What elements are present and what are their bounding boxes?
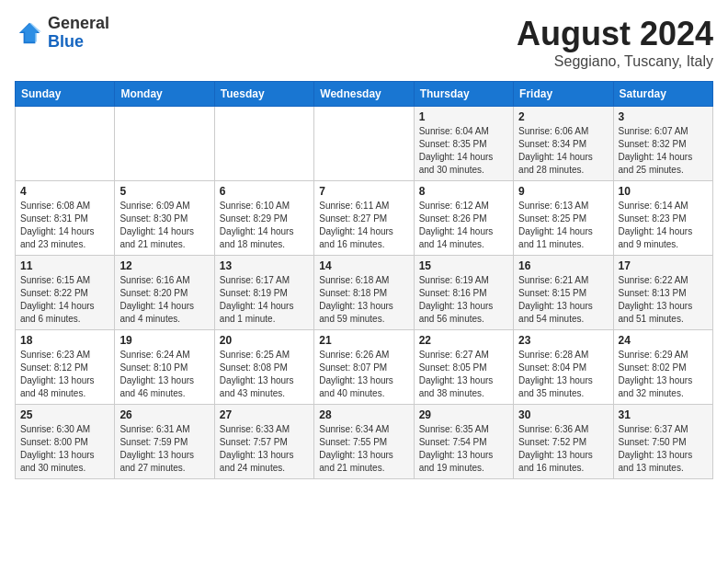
day-info: Sunrise: 6:26 AM Sunset: 8:07 PM Dayligh… (319, 349, 408, 400)
calendar-day-cell: 9Sunrise: 6:13 AM Sunset: 8:25 PM Daylig… (514, 181, 613, 256)
calendar-day-cell: 13Sunrise: 6:17 AM Sunset: 8:19 PM Dayli… (214, 256, 313, 330)
day-info: Sunrise: 6:35 AM Sunset: 7:54 PM Dayligh… (419, 423, 508, 475)
day-info: Sunrise: 6:16 AM Sunset: 8:20 PM Dayligh… (119, 274, 209, 326)
day-number: 24 (619, 334, 708, 347)
day-number: 18 (20, 334, 109, 347)
weekday-header-row: SundayMondayTuesdayWednesdayThursdayFrid… (16, 82, 713, 107)
location: Seggiano, Tuscany, Italy (517, 53, 713, 70)
logo-blue: Blue (48, 32, 84, 51)
calendar-day-cell: 22Sunrise: 6:27 AM Sunset: 8:05 PM Dayli… (414, 330, 513, 405)
day-info: Sunrise: 6:19 AM Sunset: 8:16 PM Dayligh… (419, 274, 508, 326)
day-info: Sunrise: 6:14 AM Sunset: 8:23 PM Dayligh… (619, 200, 708, 251)
day-info: Sunrise: 6:25 AM Sunset: 8:08 PM Dayligh… (220, 349, 309, 400)
day-number: 4 (20, 185, 109, 198)
calendar-day-cell: 16Sunrise: 6:21 AM Sunset: 8:15 PM Dayli… (514, 256, 613, 330)
weekday-header: Monday (115, 82, 214, 107)
calendar-day-cell: 29Sunrise: 6:35 AM Sunset: 7:54 PM Dayli… (414, 405, 513, 479)
calendar-day-cell: 30Sunrise: 6:36 AM Sunset: 7:52 PM Dayli… (514, 405, 613, 479)
calendar-day-cell: 2Sunrise: 6:06 AM Sunset: 8:34 PM Daylig… (514, 107, 613, 181)
calendar-day-cell: 11Sunrise: 6:15 AM Sunset: 8:22 PM Dayli… (16, 256, 115, 330)
day-info: Sunrise: 6:13 AM Sunset: 8:25 PM Dayligh… (518, 200, 608, 251)
day-number: 26 (119, 408, 209, 421)
day-info: Sunrise: 6:23 AM Sunset: 8:12 PM Dayligh… (20, 349, 109, 400)
weekday-header: Friday (514, 82, 613, 107)
weekday-header: Sunday (16, 82, 115, 107)
day-number: 15 (419, 259, 508, 272)
day-number: 27 (220, 408, 309, 421)
day-info: Sunrise: 6:08 AM Sunset: 8:31 PM Dayligh… (20, 200, 109, 251)
month-year: August 2024 (517, 15, 713, 53)
day-number: 7 (319, 185, 408, 198)
calendar-day-cell: 6Sunrise: 6:10 AM Sunset: 8:29 PM Daylig… (214, 181, 313, 256)
day-info: Sunrise: 6:04 AM Sunset: 8:35 PM Dayligh… (419, 125, 508, 177)
calendar-day-cell: 17Sunrise: 6:22 AM Sunset: 8:13 PM Dayli… (613, 256, 712, 330)
day-info: Sunrise: 6:29 AM Sunset: 8:02 PM Dayligh… (619, 349, 708, 400)
calendar-day-cell (214, 107, 313, 181)
day-info: Sunrise: 6:27 AM Sunset: 8:05 PM Dayligh… (419, 349, 508, 400)
calendar-day-cell: 10Sunrise: 6:14 AM Sunset: 8:23 PM Dayli… (613, 181, 712, 256)
day-number: 1 (419, 110, 508, 123)
day-info: Sunrise: 6:18 AM Sunset: 8:18 PM Dayligh… (319, 274, 408, 326)
day-number: 29 (419, 408, 508, 421)
day-info: Sunrise: 6:07 AM Sunset: 8:32 PM Dayligh… (619, 125, 708, 177)
day-number: 3 (619, 110, 708, 123)
day-number: 5 (119, 185, 209, 198)
calendar-day-cell: 23Sunrise: 6:28 AM Sunset: 8:04 PM Dayli… (514, 330, 613, 405)
day-info: Sunrise: 6:36 AM Sunset: 7:52 PM Dayligh… (518, 423, 608, 475)
day-info: Sunrise: 6:12 AM Sunset: 8:26 PM Dayligh… (419, 200, 508, 251)
calendar-day-cell: 3Sunrise: 6:07 AM Sunset: 8:32 PM Daylig… (613, 107, 712, 181)
calendar-day-cell: 4Sunrise: 6:08 AM Sunset: 8:31 PM Daylig… (16, 181, 115, 256)
day-info: Sunrise: 6:31 AM Sunset: 7:59 PM Dayligh… (119, 423, 209, 475)
weekday-header: Thursday (414, 82, 513, 107)
day-info: Sunrise: 6:17 AM Sunset: 8:19 PM Dayligh… (220, 274, 309, 326)
calendar-day-cell: 20Sunrise: 6:25 AM Sunset: 8:08 PM Dayli… (214, 330, 313, 405)
day-number: 25 (20, 408, 109, 421)
calendar-day-cell (16, 107, 115, 181)
day-info: Sunrise: 6:10 AM Sunset: 8:29 PM Dayligh… (220, 200, 309, 251)
calendar-day-cell (115, 107, 214, 181)
calendar-week-row: 25Sunrise: 6:30 AM Sunset: 8:00 PM Dayli… (16, 405, 713, 479)
calendar-table: SundayMondayTuesdayWednesdayThursdayFrid… (15, 81, 713, 479)
calendar-day-cell: 5Sunrise: 6:09 AM Sunset: 8:30 PM Daylig… (115, 181, 214, 256)
day-info: Sunrise: 6:06 AM Sunset: 8:34 PM Dayligh… (518, 125, 608, 177)
calendar-day-cell: 24Sunrise: 6:29 AM Sunset: 8:02 PM Dayli… (613, 330, 712, 405)
day-number: 13 (220, 259, 309, 272)
calendar-week-row: 11Sunrise: 6:15 AM Sunset: 8:22 PM Dayli… (16, 256, 713, 330)
calendar-day-cell: 15Sunrise: 6:19 AM Sunset: 8:16 PM Dayli… (414, 256, 513, 330)
day-number: 6 (220, 185, 309, 198)
day-info: Sunrise: 6:33 AM Sunset: 7:57 PM Dayligh… (220, 423, 309, 475)
calendar-day-cell: 26Sunrise: 6:31 AM Sunset: 7:59 PM Dayli… (115, 405, 214, 479)
day-info: Sunrise: 6:30 AM Sunset: 8:00 PM Dayligh… (20, 423, 109, 475)
calendar-day-cell: 18Sunrise: 6:23 AM Sunset: 8:12 PM Dayli… (16, 330, 115, 405)
day-number: 10 (619, 185, 708, 198)
logo-general: General (48, 14, 109, 32)
day-number: 8 (419, 185, 508, 198)
day-number: 28 (319, 408, 408, 421)
weekday-header: Wednesday (314, 82, 414, 107)
day-number: 31 (619, 408, 708, 421)
calendar-day-cell: 27Sunrise: 6:33 AM Sunset: 7:57 PM Dayli… (214, 405, 313, 479)
logo: General Blue (15, 15, 109, 52)
logo-text: General Blue (48, 15, 109, 52)
calendar-day-cell (314, 107, 414, 181)
day-info: Sunrise: 6:11 AM Sunset: 8:27 PM Dayligh… (319, 200, 408, 251)
calendar-day-cell: 19Sunrise: 6:24 AM Sunset: 8:10 PM Dayli… (115, 330, 214, 405)
day-number: 21 (319, 334, 408, 347)
title-block: August 2024 Seggiano, Tuscany, Italy (517, 15, 713, 70)
day-info: Sunrise: 6:09 AM Sunset: 8:30 PM Dayligh… (119, 200, 209, 251)
calendar-week-row: 4Sunrise: 6:08 AM Sunset: 8:31 PM Daylig… (16, 181, 713, 256)
weekday-header: Saturday (613, 82, 712, 107)
calendar-day-cell: 21Sunrise: 6:26 AM Sunset: 8:07 PM Dayli… (314, 330, 414, 405)
day-info: Sunrise: 6:21 AM Sunset: 8:15 PM Dayligh… (518, 274, 608, 326)
day-info: Sunrise: 6:15 AM Sunset: 8:22 PM Dayligh… (20, 274, 109, 326)
day-number: 9 (518, 185, 608, 198)
weekday-header: Tuesday (214, 82, 313, 107)
day-number: 16 (518, 259, 608, 272)
day-number: 14 (319, 259, 408, 272)
calendar-day-cell: 12Sunrise: 6:16 AM Sunset: 8:20 PM Dayli… (115, 256, 214, 330)
day-info: Sunrise: 6:37 AM Sunset: 7:50 PM Dayligh… (619, 423, 708, 475)
day-number: 12 (119, 259, 209, 272)
calendar-day-cell: 28Sunrise: 6:34 AM Sunset: 7:55 PM Dayli… (314, 405, 414, 479)
day-number: 17 (619, 259, 708, 272)
calendar-day-cell: 7Sunrise: 6:11 AM Sunset: 8:27 PM Daylig… (314, 181, 414, 256)
